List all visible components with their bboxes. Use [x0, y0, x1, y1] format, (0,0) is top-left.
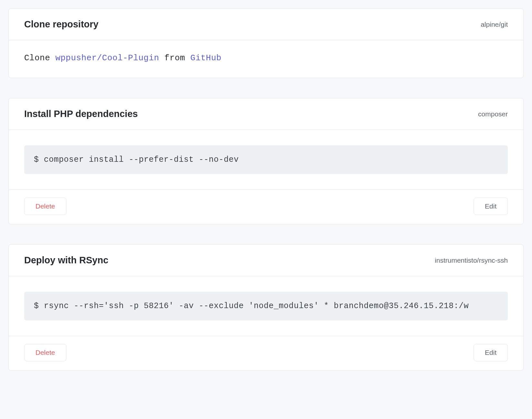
clone-repository-card: Clone repository alpine/git Clone wppush… — [8, 8, 524, 78]
card-tag: alpine/git — [481, 21, 508, 28]
card-body: Clone wppusher/Cool-Plugin from GitHub — [9, 40, 523, 78]
card-body: $ rsync --rsh='ssh -p 58216' -av --exclu… — [9, 276, 523, 336]
card-tag: instrumentisto/rsync-ssh — [435, 257, 508, 264]
card-title: Clone repository — [24, 19, 98, 30]
deploy-rsync-card: Deploy with RSync instrumentisto/rsync-s… — [8, 244, 524, 371]
clone-description: Clone wppusher/Cool-Plugin from GitHub — [24, 53, 508, 63]
card-header: Deploy with RSync instrumentisto/rsync-s… — [9, 245, 523, 276]
edit-button[interactable]: Edit — [474, 198, 508, 215]
clone-source-link[interactable]: GitHub — [190, 53, 222, 63]
delete-button[interactable]: Delete — [24, 344, 66, 361]
card-footer: Delete Edit — [9, 336, 523, 370]
card-header: Install PHP dependencies composer — [9, 98, 523, 130]
card-body: $ composer install --prefer-dist --no-de… — [9, 130, 523, 190]
command-block: $ rsync --rsh='ssh -p 58216' -av --exclu… — [24, 292, 508, 320]
clone-middle: from — [159, 53, 191, 63]
card-footer: Delete Edit — [9, 190, 523, 224]
card-tag: composer — [478, 110, 508, 118]
card-title: Install PHP dependencies — [24, 109, 138, 119]
card-title: Deploy with RSync — [24, 255, 108, 266]
delete-button[interactable]: Delete — [24, 198, 66, 215]
clone-repo-link[interactable]: wppusher/Cool-Plugin — [55, 53, 159, 63]
install-dependencies-card: Install PHP dependencies composer $ comp… — [8, 98, 524, 224]
command-block: $ composer install --prefer-dist --no-de… — [24, 145, 508, 174]
edit-button[interactable]: Edit — [474, 344, 508, 361]
clone-prefix: Clone — [24, 53, 55, 63]
card-header: Clone repository alpine/git — [9, 9, 523, 40]
